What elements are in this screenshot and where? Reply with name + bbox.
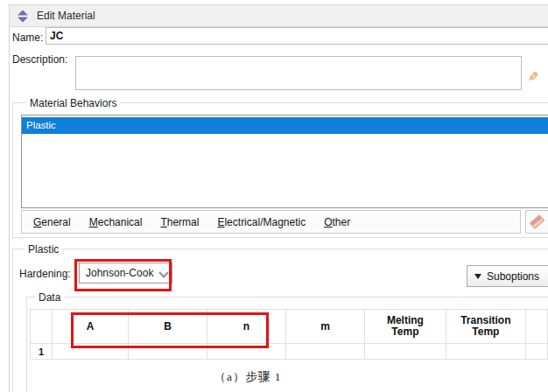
material-behaviors-list[interactable]: Plastic (21, 115, 548, 208)
plastic-title: Plastic (25, 243, 62, 256)
dropdown-arrow-icon (474, 274, 481, 279)
dialog-left-border (9, 24, 10, 392)
suboptions-button[interactable]: Suboptions (467, 265, 548, 287)
delete-behavior-button[interactable] (525, 210, 548, 234)
window-titlebar[interactable]: Edit Material (9, 4, 548, 27)
abaqus-compass-icon (16, 10, 30, 23)
name-input[interactable] (46, 27, 548, 45)
column-header-overflow (525, 310, 547, 344)
cell-m[interactable] (285, 344, 364, 360)
menu-thermal[interactable]: Thermal (160, 216, 199, 228)
annotation-box-hardening (74, 259, 172, 291)
screenshot-root: Edit Material Name: Description: ✎ Mater… (0, 0, 548, 392)
behavior-menubar: General Mechanical Thermal Electrical/Ma… (21, 210, 521, 234)
edit-pencil-icon[interactable]: ✎ (528, 70, 539, 83)
data-title: Data (35, 291, 64, 304)
figure-caption: （a）步骤 1 (0, 369, 495, 385)
name-label: Name: (12, 32, 43, 44)
list-item-plastic[interactable]: Plastic (22, 117, 548, 134)
eraser-icon (530, 214, 544, 229)
window-title: Edit Material (37, 10, 95, 22)
row-number: 1 (31, 344, 53, 360)
description-input[interactable] (75, 56, 522, 90)
annotation-box-table-columns (71, 312, 269, 348)
material-behaviors-title: Material Behaviors (26, 97, 120, 109)
row-number-header (31, 310, 53, 344)
hardening-label: Hardening: (19, 268, 71, 280)
cell-transition-temp[interactable] (446, 344, 525, 360)
column-header-melting-temp: Melting Temp (365, 310, 446, 344)
menu-mechanical[interactable]: Mechanical (89, 216, 143, 228)
column-header-m: m (285, 310, 364, 344)
column-header-transition-temp: Transition Temp (446, 310, 525, 344)
cell-overflow (525, 344, 547, 360)
menu-general[interactable]: General (33, 216, 71, 228)
menu-other[interactable]: Other (324, 216, 350, 228)
suboptions-label: Suboptions (487, 270, 539, 283)
cell-melting-temp[interactable] (365, 344, 446, 360)
description-label: Description: (12, 53, 67, 66)
menu-electrical-magnetic[interactable]: Electrical/Magnetic (217, 216, 306, 228)
